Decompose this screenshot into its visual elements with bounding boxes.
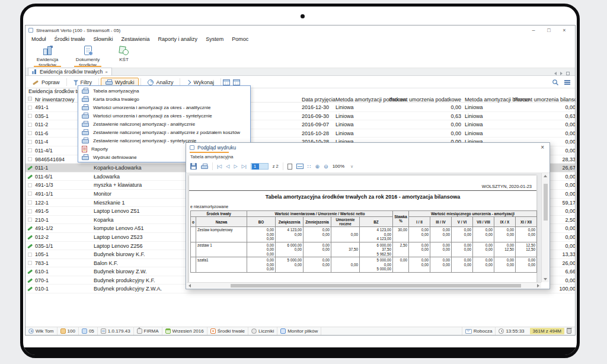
fullscreen-icon[interactable]: ∷ bbox=[308, 164, 311, 170]
dialog-icon bbox=[190, 145, 194, 150]
cell-tax-percent: 0,00 bbox=[387, 122, 461, 127]
status-item-środki-trwałe: Środki trwałe bbox=[207, 327, 248, 335]
row-checkbox[interactable] bbox=[28, 209, 32, 213]
row-checkbox[interactable] bbox=[28, 261, 32, 265]
close-button[interactable]: × bbox=[557, 25, 572, 35]
status-item-firma: FIRMA bbox=[134, 327, 162, 335]
row-checkbox[interactable] bbox=[28, 148, 32, 152]
button-label: Popraw bbox=[41, 79, 60, 85]
title-bar: Streamsoft Verto (100 - Streamsoft - 05)… bbox=[25, 25, 575, 35]
row-checkbox[interactable] bbox=[28, 253, 32, 257]
assets-register-icon bbox=[42, 46, 53, 55]
next-page-button[interactable]: ▷ bbox=[234, 164, 237, 169]
menu-item-raporty-i-analizy[interactable]: Raporty i analizy bbox=[154, 36, 202, 42]
tab-close-icon[interactable]: × bbox=[105, 69, 108, 75]
menu-item-system[interactable]: System bbox=[202, 36, 228, 42]
printer-icon bbox=[106, 79, 113, 85]
row-checkbox[interactable] bbox=[28, 131, 32, 135]
report-cell: szafa1 bbox=[196, 257, 247, 273]
menu-item-wartości-umorzenia-i-amortyzacji-za-okres-analitycznie[interactable]: Wartości umorzenia i amortyzacji za okre… bbox=[78, 103, 250, 111]
report-header-cell: Zmniejszenia bbox=[304, 217, 331, 227]
report-note: e niezamortyzowane bbox=[190, 205, 228, 209]
search-icon[interactable] bbox=[552, 79, 559, 86]
preview-horizontal-scrollbar[interactable] bbox=[187, 282, 541, 288]
menu-item-wartości-umorzenia-i-amortyzacji-za-okres-syntetycznie[interactable]: Wartości umorzenia i amortyzacji za okre… bbox=[78, 111, 250, 120]
row-checkbox[interactable] bbox=[28, 140, 32, 144]
menu-item-karta-środka-trwałego[interactable]: Karta środka trwałego bbox=[78, 95, 250, 103]
menu-item-pomoc[interactable]: Pomoc bbox=[228, 36, 253, 42]
tab-ewidencja-srodkow-trwalych[interactable]: Ewidencja środków trwałych × bbox=[28, 68, 112, 75]
ribbon-button-dokumenty-srodkow[interactable]: Dokumenty środków bbox=[69, 43, 106, 68]
menu-item-tabela-amortyzacyjna[interactable]: Tabela amortyzacyjna bbox=[78, 87, 250, 95]
grid-summary-icon[interactable] bbox=[233, 79, 240, 85]
page-setup-icon[interactable] bbox=[287, 164, 292, 170]
menu-item-zestawienie-naliczonej-amortyzacji-analitycznie-z-podziałem-kosztów[interactable]: Zestawienie naliczonej amortyzacji - ana… bbox=[78, 128, 250, 136]
print-icon[interactable] bbox=[201, 164, 208, 170]
menu-item-zestawienia[interactable]: Zestawienia bbox=[117, 36, 154, 42]
edited-pencil-icon bbox=[27, 165, 33, 171]
scroll-up-icon[interactable] bbox=[544, 175, 547, 177]
last-page-button[interactable]: ▷| bbox=[242, 164, 247, 169]
scroll-left-icon[interactable] bbox=[189, 284, 191, 288]
previous-page-button[interactable]: ◁ bbox=[226, 164, 229, 169]
row-checkbox[interactable] bbox=[28, 157, 32, 161]
dialog-close-icon[interactable]: × bbox=[539, 143, 546, 152]
popraw-button[interactable]: Popraw bbox=[28, 78, 65, 87]
report-cell: 0,00 0,00 bbox=[304, 242, 331, 257]
fit-width-icon[interactable] bbox=[296, 164, 304, 169]
report-header-cell: Stawka % bbox=[393, 211, 409, 227]
maximize-button[interactable]: □ bbox=[541, 25, 557, 35]
home-icon bbox=[137, 328, 142, 334]
preview-tab-label: Tabela amortyzacyjna bbox=[190, 154, 234, 159]
app-icon bbox=[28, 28, 33, 33]
grid-view-icon[interactable] bbox=[223, 79, 230, 85]
status-bar: Wik Tom100051.0.179.43FIRMAWrzesień 2016… bbox=[25, 327, 575, 335]
column-header-procent-bilansowe[interactable]: Procent umorzenia bilansowe bbox=[514, 97, 576, 103]
menu-item-moduł[interactable]: Moduł bbox=[27, 36, 50, 42]
row-checkbox[interactable] bbox=[28, 114, 32, 118]
menu-item-zestawienie-naliczonej-amortyzacji-analitycznie[interactable]: Zestawienie naliczonej amortyzacji - ana… bbox=[78, 120, 250, 128]
chevron-down-icon: ∨ bbox=[350, 164, 353, 169]
status-item-label: Wrzesień 2016 bbox=[172, 328, 204, 334]
scroll-down-icon[interactable] bbox=[544, 278, 547, 280]
report-cell: Zestaw komputerowy bbox=[196, 227, 247, 242]
first-page-button[interactable]: |◁ bbox=[217, 164, 222, 169]
toolbar-right bbox=[552, 79, 575, 86]
column-header-procent-podatkowe[interactable]: Procent umorzenia podatkowe bbox=[387, 97, 461, 103]
menu-item-słowniki[interactable]: Słowniki bbox=[90, 36, 117, 42]
zoom-select[interactable]: 100% ∨ bbox=[333, 164, 354, 169]
tab-icon bbox=[32, 69, 37, 74]
scroll-tabs-right-icon[interactable] bbox=[560, 72, 563, 75]
menu-item-środki-trwałe[interactable]: Środki trwałe bbox=[50, 36, 90, 42]
printer-icon bbox=[82, 96, 89, 102]
report-header-cell: Umorzenie roczne bbox=[331, 217, 360, 227]
preview-viewport: WOLSZTYN, 2020-01-23 Tabela amortyzacyjn… bbox=[187, 173, 541, 282]
status-item-wrzesień-2016: Wrzesień 2016 bbox=[162, 327, 207, 335]
zoom-in-icon[interactable]: ⊕ bbox=[315, 164, 320, 170]
report-cell: 2,50 bbox=[393, 242, 409, 257]
preview-vertical-scrollbar[interactable] bbox=[541, 173, 549, 282]
column-filter-icon[interactable] bbox=[28, 97, 32, 101]
scroll-tabs-left-icon[interactable] bbox=[554, 72, 557, 75]
vertical-scroll-thumb[interactable] bbox=[544, 184, 548, 221]
hamburger-menu-icon[interactable] bbox=[564, 80, 570, 85]
row-checkbox[interactable] bbox=[28, 218, 32, 222]
row-checkbox[interactable] bbox=[28, 200, 32, 205]
scroll-right-icon[interactable] bbox=[537, 284, 539, 288]
minimize-button[interactable]: – bbox=[526, 25, 541, 35]
row-checkbox[interactable] bbox=[28, 191, 32, 196]
ribbon-button-ewidencja-srodkow[interactable]: Ewidencja środków bbox=[29, 43, 66, 68]
device-bezel-bottom bbox=[23, 347, 577, 355]
menu-item-label: Zestawienie naliczonej amortyzacji - syn… bbox=[93, 138, 196, 143]
row-checkbox[interactable] bbox=[28, 106, 32, 110]
report-cell: 0,00 0,00 0,00 bbox=[247, 227, 276, 242]
save-icon[interactable] bbox=[190, 163, 197, 170]
page-number-input[interactable]: 1 bbox=[251, 163, 269, 170]
horizontal-scroll-thumb[interactable] bbox=[231, 284, 521, 288]
ribbon-button-kst[interactable]: KŚT bbox=[110, 43, 138, 68]
trash-icon[interactable] bbox=[567, 328, 571, 334]
zoom-out-icon[interactable]: ⊖ bbox=[324, 164, 328, 170]
row-checkbox[interactable] bbox=[28, 123, 32, 127]
row-checkbox[interactable] bbox=[28, 183, 32, 187]
tab-list-icon[interactable] bbox=[566, 72, 570, 75]
